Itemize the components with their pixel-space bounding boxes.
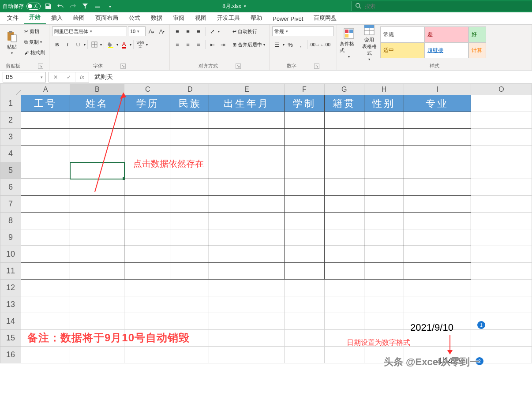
cell[interactable] — [209, 162, 285, 179]
row-header-1[interactable]: 1 — [0, 95, 21, 112]
cell[interactable] — [404, 296, 471, 313]
cell[interactable] — [171, 112, 209, 129]
cell[interactable] — [21, 296, 70, 313]
cell[interactable] — [70, 129, 124, 146]
col-header-A[interactable]: A — [21, 84, 70, 95]
cell[interactable] — [209, 347, 285, 363]
phonetic-button[interactable]: wén文 — [135, 40, 145, 49]
cell[interactable]: 性别 — [364, 95, 404, 112]
cell[interactable] — [364, 179, 404, 196]
copy-button[interactable]: ⧉复制▾ — [23, 37, 46, 47]
cell[interactable] — [21, 347, 70, 363]
style-bad[interactable]: 差 — [424, 26, 468, 42]
spreadsheet-grid[interactable]: A B C D E F G H I O 1工号姓名学历民族出生年月学制籍贯性别专… — [0, 84, 532, 363]
cell[interactable] — [325, 280, 364, 296]
cell[interactable] — [70, 229, 124, 246]
tab-baidu[interactable]: 百度网盘 — [308, 11, 342, 24]
cell[interactable] — [325, 263, 364, 280]
cell[interactable] — [325, 296, 364, 313]
cell[interactable] — [171, 246, 209, 263]
font-size-select[interactable]: 10▾ — [128, 26, 146, 36]
cell[interactable] — [124, 179, 171, 196]
cell[interactable] — [471, 162, 532, 179]
cell[interactable]: 学制 — [285, 95, 324, 112]
cell[interactable] — [70, 313, 124, 330]
align-middle-icon[interactable]: ≡ — [183, 26, 193, 36]
cell[interactable] — [209, 146, 285, 162]
cell[interactable] — [364, 296, 404, 313]
cell[interactable] — [209, 179, 285, 196]
cell[interactable] — [285, 146, 324, 162]
cell[interactable] — [209, 112, 285, 129]
cell[interactable] — [124, 313, 171, 330]
cell[interactable] — [70, 296, 124, 313]
cell[interactable] — [285, 162, 324, 179]
style-normal[interactable]: 常规 — [380, 26, 424, 42]
filter-icon[interactable] — [80, 1, 90, 11]
row-header-15[interactable]: 15 — [0, 330, 21, 347]
cell[interactable] — [171, 129, 209, 146]
align-launcher-icon[interactable]: ↘ — [236, 64, 241, 69]
cell[interactable] — [21, 213, 70, 229]
search-box[interactable] — [351, 1, 532, 11]
cell[interactable] — [285, 296, 324, 313]
col-header-E[interactable]: E — [209, 84, 285, 95]
cell[interactable] — [70, 196, 124, 213]
cell[interactable] — [21, 229, 70, 246]
fx-icon[interactable]: fx — [75, 72, 89, 82]
tab-layout[interactable]: 页面布局 — [90, 11, 124, 24]
cell[interactable]: 姓名 — [70, 95, 124, 112]
row-header-6[interactable]: 6 — [0, 179, 21, 196]
cell[interactable] — [404, 246, 471, 263]
cell[interactable] — [70, 162, 124, 179]
align-top-icon[interactable]: ≡ — [172, 26, 182, 36]
underline-button[interactable]: U — [73, 40, 83, 49]
cell[interactable] — [404, 146, 471, 162]
cell[interactable] — [364, 280, 404, 296]
cell[interactable] — [21, 162, 70, 179]
cell[interactable] — [325, 213, 364, 229]
cell[interactable] — [404, 179, 471, 196]
col-header-C[interactable]: C — [124, 84, 171, 95]
cell[interactable] — [124, 129, 171, 146]
format-painter-button[interactable]: 🖌格式刷 — [23, 48, 46, 57]
row-header-13[interactable]: 13 — [0, 296, 21, 313]
cell[interactable] — [209, 313, 285, 330]
cell[interactable] — [70, 213, 124, 229]
cell[interactable] — [364, 213, 404, 229]
decrease-decimal-icon[interactable]: ←.00 — [320, 40, 330, 49]
clipboard-launcher-icon[interactable]: ↘ — [38, 64, 43, 69]
cell[interactable] — [325, 179, 364, 196]
cell[interactable] — [325, 347, 364, 363]
tab-home[interactable]: 开始 — [24, 11, 46, 24]
cell[interactable] — [325, 229, 364, 246]
tab-review[interactable]: 审阅 — [168, 11, 190, 24]
cell[interactable] — [21, 313, 70, 330]
cell[interactable] — [325, 146, 364, 162]
cell[interactable] — [471, 95, 532, 112]
cell[interactable] — [285, 196, 324, 213]
row-header-4[interactable]: 4 — [0, 146, 21, 162]
increase-decimal-icon[interactable]: .00→ — [310, 40, 319, 49]
tab-powerpivot[interactable]: Power Pivot — [267, 13, 308, 24]
cell[interactable] — [124, 280, 171, 296]
align-left-icon[interactable]: ≡ — [172, 40, 182, 49]
cell[interactable] — [285, 280, 324, 296]
tab-help[interactable]: 帮助 — [245, 11, 267, 24]
style-hyperlink[interactable]: 超链接 — [424, 42, 468, 58]
row-header-8[interactable]: 8 — [0, 213, 21, 229]
cell[interactable]: 民族 — [171, 95, 209, 112]
wrap-text-button[interactable]: ↩自动换行 — [231, 26, 266, 36]
fill-color-button[interactable] — [106, 40, 116, 49]
cell[interactable] — [285, 246, 324, 263]
cell[interactable] — [364, 112, 404, 129]
cell[interactable] — [471, 179, 532, 196]
formula-input[interactable]: 武则天 — [91, 72, 532, 82]
cell[interactable] — [285, 347, 324, 363]
cell[interactable] — [285, 263, 324, 280]
col-header-D[interactable]: D — [171, 84, 209, 95]
row-header-11[interactable]: 11 — [0, 263, 21, 280]
save-icon[interactable] — [43, 1, 53, 11]
number-format-select[interactable]: 常规▾ — [272, 26, 334, 36]
tab-file[interactable]: 文件 — [2, 11, 24, 24]
